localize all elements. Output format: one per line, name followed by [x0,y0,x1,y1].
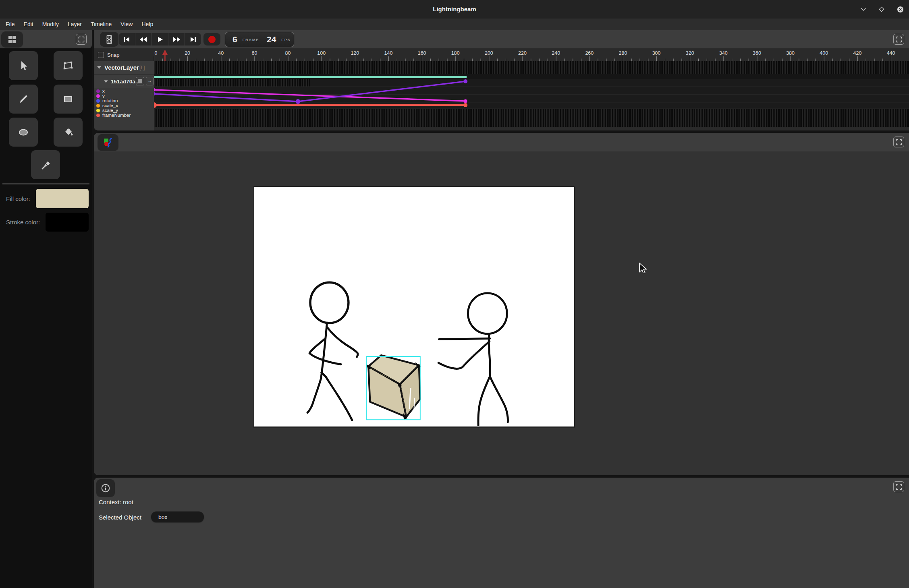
fast-forward-button[interactable] [168,33,185,46]
stroke-color-swatch[interactable] [46,213,89,232]
menu-layer[interactable]: Layer [63,19,86,30]
property-label: scale_y [102,108,118,113]
fps-value[interactable]: 24 [267,35,276,44]
layer-row-object[interactable]: 151ad70a... ~ [94,75,154,88]
menu-bar: FileEditModifyLayerTimelineViewHelp [0,19,909,30]
svg-text:40: 40 [218,50,224,56]
timeline-menu-button[interactable] [100,32,118,47]
stage-tab-button[interactable] [98,134,118,151]
sidebar-expand-button[interactable] [76,34,87,45]
layer-visibility-button[interactable] [136,77,144,85]
minimize-icon[interactable] [859,5,867,13]
frame-caption: FRAME [243,37,259,42]
context-text: Context: root [99,499,133,505]
paint-bucket-tool-button[interactable] [54,118,83,147]
property-row-y[interactable]: y [94,93,154,98]
expand-icon [895,139,903,146]
svg-text:220: 220 [518,50,527,56]
eyedropper-icon [39,158,52,171]
property-color-dot [96,99,100,103]
transform-icon [62,59,75,72]
property-color-dot [96,89,100,93]
window-controls [859,0,904,19]
property-label: y [102,93,105,98]
svg-text:140: 140 [384,50,393,56]
fill-color-swatch[interactable] [36,189,89,208]
snap-label: Snap [107,52,119,58]
panel-grid-button[interactable] [1,31,23,48]
selected-object-value[interactable]: box [151,511,204,522]
timeline-track-area[interactable]: 0204060801001201401601802002202402602803… [154,48,909,130]
stick-figure-right[interactable] [438,293,508,425]
timeline-expand-button[interactable] [893,34,904,45]
skip-to-start-button[interactable] [119,33,135,46]
record-icon [208,35,216,43]
menu-help[interactable]: Help [137,19,158,30]
snap-checkbox[interactable] [98,52,104,58]
menu-view[interactable]: View [116,19,137,30]
pencil-tool-button[interactable] [9,85,38,114]
box-object[interactable] [365,355,421,420]
shapes-logo-icon [103,137,113,148]
menu-edit[interactable]: Edit [19,19,38,30]
stick-figure-left[interactable] [307,282,358,420]
property-row-rotation[interactable]: rotation [94,98,154,103]
rectangle-icon [62,93,75,106]
property-row-scale_x[interactable]: scale_x [94,103,154,108]
frame-value[interactable]: 6 [232,35,237,44]
rectangle-tool-button[interactable] [54,85,83,114]
fill-color-label: Fill color: [6,195,30,202]
canvas-expand-button[interactable] [893,137,904,147]
property-label: frameNumber [102,113,131,118]
menu-timeline[interactable]: Timeline [86,19,116,30]
property-row-x[interactable]: x [94,89,154,93]
svg-text:160: 160 [418,50,426,56]
grid-icon [7,35,17,44]
app-window: Lightningbeam FileEditModifyLayerTimelin… [0,0,909,588]
select-tool-button[interactable] [9,51,38,80]
svg-text:100: 100 [317,50,326,56]
canvas-panel [94,133,909,475]
layer-ease-button[interactable]: ~ [146,77,154,85]
eyedropper-tool-button[interactable] [31,150,60,179]
title-bar: Lightningbeam [0,0,909,19]
property-row-frameNumber[interactable]: frameNumber [94,113,154,118]
record-button[interactable] [203,33,220,46]
info-panel: Context: root Selected Object box [94,478,909,588]
property-label: scale_x [102,103,118,108]
stage-canvas[interactable] [253,186,575,428]
collapse-triangle-icon[interactable] [97,66,101,69]
layer-row-vectorlayer[interactable]: VectorLayer [L] [94,61,154,75]
ellipse-tool-button[interactable] [9,118,38,147]
frame-fps-panel[interactable]: 6 FRAME 24 FPS [225,32,294,47]
timeline-panel: 6 FRAME 24 FPS Snap VectorLayer [L] [94,30,909,130]
svg-text:380: 380 [786,50,795,56]
close-icon[interactable] [896,5,904,13]
svg-text:240: 240 [552,50,560,56]
info-expand-button[interactable] [893,481,904,492]
transform-tool-button[interactable] [54,51,83,80]
svg-text:320: 320 [686,50,694,56]
canvas-header [94,133,909,151]
info-tab-button[interactable] [96,479,115,497]
tool-sidebar: Fill color: Stroke color: [0,30,92,588]
selected-object-label: Selected Object [99,514,141,521]
svg-text:440: 440 [887,50,895,56]
cursor-icon [17,59,30,72]
rewind-button[interactable] [135,33,152,46]
menu-modify[interactable]: Modify [38,19,63,30]
play-button[interactable] [152,33,168,46]
property-row-scale_y[interactable]: scale_y [94,108,154,113]
maximize-icon[interactable] [878,5,886,13]
stage-drawing [254,187,574,426]
svg-text:200: 200 [485,50,493,56]
collapse-triangle-icon[interactable] [104,80,108,83]
timeline-curves: 0204060801001201401601802002202402602803… [154,48,909,130]
timeline-header: 6 FRAME 24 FPS [94,30,909,48]
menu-file[interactable]: File [1,19,19,30]
skip-to-end-button[interactable] [185,33,201,46]
stroke-color-label: Stroke color: [6,219,40,226]
layer-tag: [L] [139,65,145,70]
svg-text:300: 300 [652,50,661,56]
property-label: x [102,89,105,93]
